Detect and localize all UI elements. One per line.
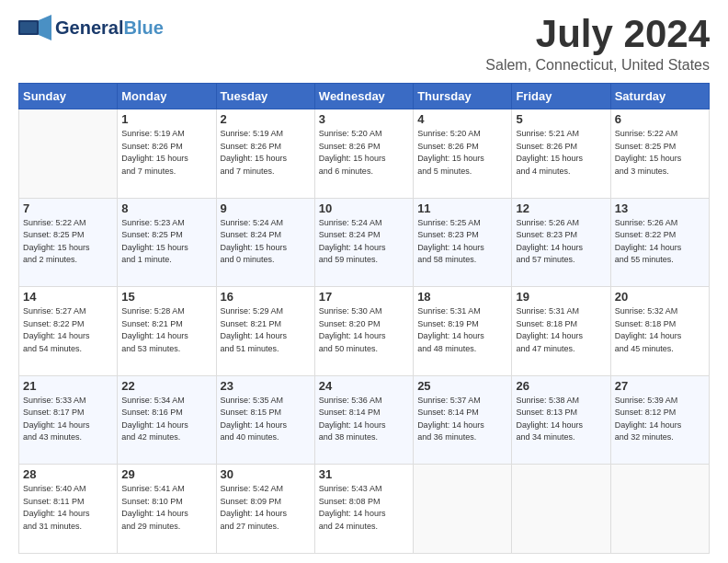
- day-number: 12: [516, 201, 606, 215]
- day-number: 1: [121, 112, 211, 126]
- page: GeneralBlue July 2024 Salem, Connecticut…: [0, 0, 728, 563]
- day-number: 26: [516, 379, 606, 393]
- calendar-cell: 4Sunrise: 5:20 AM Sunset: 8:26 PM Daylig…: [414, 109, 512, 199]
- logo-icon: [18, 15, 51, 40]
- header: GeneralBlue July 2024 Salem, Connecticut…: [18, 15, 710, 74]
- calendar-cell: 28Sunrise: 5:40 AM Sunset: 8:11 PM Dayli…: [19, 465, 118, 554]
- day-info: Sunrise: 5:36 AM Sunset: 8:14 PM Dayligh…: [319, 395, 409, 444]
- col-thursday: Thursday: [414, 84, 512, 109]
- calendar-cell: 7Sunrise: 5:22 AM Sunset: 8:25 PM Daylig…: [19, 198, 118, 287]
- calendar-cell: 21Sunrise: 5:33 AM Sunset: 8:17 PM Dayli…: [19, 375, 118, 465]
- calendar-cell: 17Sunrise: 5:30 AM Sunset: 8:20 PM Dayli…: [314, 287, 413, 376]
- day-info: Sunrise: 5:38 AM Sunset: 8:13 PM Dayligh…: [516, 395, 606, 444]
- calendar-cell: [512, 465, 610, 554]
- calendar-cell: 30Sunrise: 5:42 AM Sunset: 8:09 PM Dayli…: [216, 465, 314, 554]
- day-number: 25: [417, 379, 507, 393]
- calendar-cell: [414, 465, 512, 554]
- day-info: Sunrise: 5:26 AM Sunset: 8:22 PM Dayligh…: [615, 217, 705, 267]
- day-info: Sunrise: 5:42 AM Sunset: 8:09 PM Dayligh…: [221, 483, 311, 533]
- calendar-cell: 23Sunrise: 5:35 AM Sunset: 8:15 PM Dayli…: [216, 375, 314, 465]
- day-number: 20: [615, 290, 705, 304]
- day-info: Sunrise: 5:39 AM Sunset: 8:12 PM Dayligh…: [615, 395, 705, 444]
- day-info: Sunrise: 5:22 AM Sunset: 8:25 PM Dayligh…: [23, 217, 113, 267]
- day-info: Sunrise: 5:32 AM Sunset: 8:18 PM Dayligh…: [615, 305, 705, 355]
- week-row-2: 7Sunrise: 5:22 AM Sunset: 8:25 PM Daylig…: [19, 198, 710, 287]
- calendar-table: Sunday Monday Tuesday Wednesday Thursday…: [18, 83, 710, 554]
- day-number: 23: [221, 379, 311, 393]
- day-number: 19: [516, 290, 606, 304]
- day-number: 3: [319, 112, 409, 126]
- location-title: Salem, Connecticut, United States: [485, 57, 710, 74]
- day-number: 4: [417, 112, 507, 126]
- day-number: 22: [121, 379, 211, 393]
- calendar-cell: 13Sunrise: 5:26 AM Sunset: 8:22 PM Dayli…: [610, 198, 709, 287]
- day-info: Sunrise: 5:41 AM Sunset: 8:10 PM Dayligh…: [121, 483, 211, 533]
- calendar-cell: 12Sunrise: 5:26 AM Sunset: 8:23 PM Dayli…: [512, 198, 610, 287]
- day-info: Sunrise: 5:19 AM Sunset: 8:26 PM Dayligh…: [121, 128, 211, 178]
- day-number: 11: [417, 201, 507, 215]
- logo-text: GeneralBlue: [55, 18, 164, 37]
- calendar-cell: 14Sunrise: 5:27 AM Sunset: 8:22 PM Dayli…: [19, 287, 118, 376]
- day-info: Sunrise: 5:20 AM Sunset: 8:26 PM Dayligh…: [417, 128, 507, 178]
- day-info: Sunrise: 5:37 AM Sunset: 8:14 PM Dayligh…: [417, 395, 507, 444]
- day-number: 28: [23, 467, 113, 481]
- day-number: 27: [615, 379, 705, 393]
- day-number: 16: [221, 290, 311, 304]
- day-number: 13: [615, 201, 705, 215]
- logo: GeneralBlue: [18, 15, 164, 40]
- week-row-3: 14Sunrise: 5:27 AM Sunset: 8:22 PM Dayli…: [19, 287, 710, 376]
- day-info: Sunrise: 5:35 AM Sunset: 8:15 PM Dayligh…: [221, 395, 311, 444]
- day-number: 5: [516, 112, 606, 126]
- calendar-cell: 20Sunrise: 5:32 AM Sunset: 8:18 PM Dayli…: [610, 287, 709, 376]
- day-number: 2: [221, 112, 311, 126]
- calendar-cell: 5Sunrise: 5:21 AM Sunset: 8:26 PM Daylig…: [512, 109, 610, 199]
- col-friday: Friday: [512, 84, 610, 109]
- week-row-4: 21Sunrise: 5:33 AM Sunset: 8:17 PM Dayli…: [19, 375, 710, 465]
- day-info: Sunrise: 5:22 AM Sunset: 8:25 PM Dayligh…: [615, 128, 705, 178]
- day-number: 17: [319, 290, 409, 304]
- day-info: Sunrise: 5:27 AM Sunset: 8:22 PM Dayligh…: [23, 305, 113, 355]
- calendar-cell: [19, 109, 118, 199]
- calendar-cell: 29Sunrise: 5:41 AM Sunset: 8:10 PM Dayli…: [118, 465, 216, 554]
- col-tuesday: Tuesday: [216, 84, 314, 109]
- col-monday: Monday: [118, 84, 216, 109]
- day-info: Sunrise: 5:31 AM Sunset: 8:19 PM Dayligh…: [417, 305, 507, 355]
- day-number: 15: [121, 290, 211, 304]
- calendar-cell: 25Sunrise: 5:37 AM Sunset: 8:14 PM Dayli…: [414, 375, 512, 465]
- day-number: 14: [23, 290, 113, 304]
- calendar-cell: 2Sunrise: 5:19 AM Sunset: 8:26 PM Daylig…: [216, 109, 314, 199]
- month-title: July 2024: [485, 15, 710, 53]
- col-saturday: Saturday: [610, 84, 709, 109]
- svg-marker-1: [39, 15, 51, 40]
- day-info: Sunrise: 5:31 AM Sunset: 8:18 PM Dayligh…: [516, 305, 606, 355]
- day-info: Sunrise: 5:29 AM Sunset: 8:21 PM Dayligh…: [221, 305, 311, 355]
- col-wednesday: Wednesday: [314, 84, 413, 109]
- day-number: 10: [319, 201, 409, 215]
- calendar-cell: 6Sunrise: 5:22 AM Sunset: 8:25 PM Daylig…: [610, 109, 709, 199]
- title-block: July 2024 Salem, Connecticut, United Sta…: [485, 15, 710, 74]
- calendar-cell: 16Sunrise: 5:29 AM Sunset: 8:21 PM Dayli…: [216, 287, 314, 376]
- day-number: 6: [615, 112, 705, 126]
- day-info: Sunrise: 5:24 AM Sunset: 8:24 PM Dayligh…: [319, 217, 409, 267]
- day-info: Sunrise: 5:33 AM Sunset: 8:17 PM Dayligh…: [23, 395, 113, 444]
- day-number: 7: [23, 201, 113, 215]
- day-number: 9: [221, 201, 311, 215]
- day-info: Sunrise: 5:40 AM Sunset: 8:11 PM Dayligh…: [23, 483, 113, 533]
- calendar-cell: 26Sunrise: 5:38 AM Sunset: 8:13 PM Dayli…: [512, 375, 610, 465]
- calendar-cell: [610, 465, 709, 554]
- day-number: 24: [319, 379, 409, 393]
- calendar-cell: 18Sunrise: 5:31 AM Sunset: 8:19 PM Dayli…: [414, 287, 512, 376]
- calendar-cell: 19Sunrise: 5:31 AM Sunset: 8:18 PM Dayli…: [512, 287, 610, 376]
- day-number: 21: [23, 379, 113, 393]
- day-info: Sunrise: 5:20 AM Sunset: 8:26 PM Dayligh…: [319, 128, 409, 178]
- day-number: 18: [417, 290, 507, 304]
- week-row-5: 28Sunrise: 5:40 AM Sunset: 8:11 PM Dayli…: [19, 465, 710, 554]
- svg-rect-2: [20, 22, 37, 33]
- col-sunday: Sunday: [19, 84, 118, 109]
- day-info: Sunrise: 5:25 AM Sunset: 8:23 PM Dayligh…: [417, 217, 507, 267]
- day-info: Sunrise: 5:30 AM Sunset: 8:20 PM Dayligh…: [319, 305, 409, 355]
- calendar-cell: 24Sunrise: 5:36 AM Sunset: 8:14 PM Dayli…: [314, 375, 413, 465]
- day-number: 31: [319, 467, 409, 481]
- calendar-cell: 8Sunrise: 5:23 AM Sunset: 8:25 PM Daylig…: [118, 198, 216, 287]
- day-info: Sunrise: 5:23 AM Sunset: 8:25 PM Dayligh…: [121, 217, 211, 267]
